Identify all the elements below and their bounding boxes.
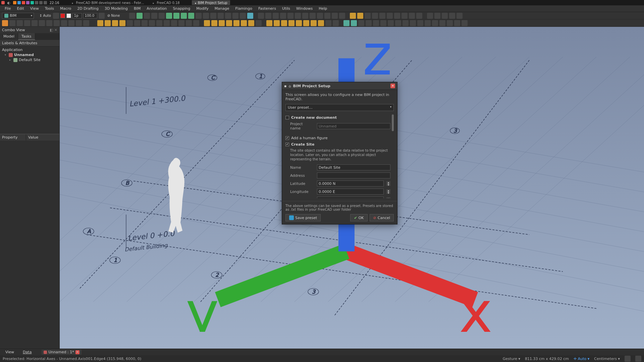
polyline-icon[interactable]	[17, 20, 23, 26]
tool-icon[interactable]	[181, 13, 187, 19]
panel-controls[interactable]: ◧ ✕	[50, 28, 57, 32]
tool-icon[interactable]	[225, 13, 231, 19]
tool-icon[interactable]	[247, 13, 253, 19]
workbench-selector[interactable]: BIM	[2, 13, 34, 19]
tool-icon[interactable]	[256, 20, 262, 26]
menu-flamingo[interactable]: Flamingo	[232, 6, 255, 11]
add-human-checkbox[interactable]	[285, 136, 289, 140]
site-address-input[interactable]	[317, 172, 390, 178]
tool-icon[interactable]	[248, 20, 254, 26]
tool-icon[interactable]	[218, 13, 224, 19]
tool-icon[interactable]	[317, 13, 323, 19]
tool-icon[interactable]	[388, 20, 394, 26]
tool-icon[interactable]	[417, 20, 423, 26]
tool-icon[interactable]	[454, 20, 460, 26]
menu-edit[interactable]: Edit	[14, 6, 26, 11]
wall-icon[interactable]	[204, 20, 210, 26]
tool-icon[interactable]	[324, 13, 330, 19]
tool-icon[interactable]	[119, 20, 125, 26]
tool-icon[interactable]	[303, 20, 309, 26]
param-100[interactable]	[83, 13, 97, 18]
tool-icon[interactable]	[318, 20, 324, 26]
tool-icon[interactable]	[310, 13, 316, 19]
tool-icon[interactable]	[166, 13, 172, 19]
menu-modify[interactable]: Modify	[194, 6, 211, 11]
site-name-input[interactable]	[317, 164, 390, 170]
tool-icon[interactable]	[68, 20, 74, 26]
rectangle-icon[interactable]	[61, 20, 67, 26]
tool-icon[interactable]	[410, 20, 416, 26]
menu-utils[interactable]: Utils	[279, 6, 293, 11]
tool-icon[interactable]	[178, 20, 184, 26]
menu-annotation[interactable]: Annotation	[144, 6, 169, 11]
longitude-input[interactable]	[317, 189, 384, 195]
task-1[interactable]: FreeCAD BIM development news - Febr...	[76, 1, 144, 5]
tool-icon[interactable]	[240, 13, 246, 19]
tool-icon[interactable]	[53, 13, 59, 19]
menu-tools[interactable]: Tools	[42, 6, 57, 11]
status-icon[interactable]	[625, 356, 631, 362]
cancel-button[interactable]: ⊘ Cancel	[370, 214, 394, 221]
menu-fasteners[interactable]: Fasteners	[256, 6, 279, 11]
line-icon[interactable]	[9, 20, 15, 26]
tool-icon[interactable]	[46, 20, 52, 26]
text-style-icon[interactable]	[357, 13, 363, 19]
tool-icon[interactable]	[274, 20, 280, 26]
menu-3d-modeling[interactable]: 3D Modeling	[102, 6, 130, 11]
tool-icon[interactable]	[280, 13, 286, 19]
tab-tasks[interactable]: Tasks	[18, 33, 35, 40]
tool-icon[interactable]	[196, 13, 202, 19]
menu-2d-drafting[interactable]: 2D Drafting	[74, 6, 101, 11]
menu-view[interactable]: View	[28, 6, 42, 11]
tool-icon[interactable]	[99, 13, 105, 19]
tool-icon[interactable]	[186, 20, 192, 26]
circle-icon[interactable]	[24, 20, 30, 26]
window-close-icon[interactable]	[1, 1, 5, 4]
tool-icon[interactable]	[395, 20, 401, 26]
tool-icon[interactable]	[226, 20, 232, 26]
text-style-icon[interactable]	[350, 13, 356, 19]
tool-icon[interactable]	[311, 20, 317, 26]
tool-icon[interactable]	[442, 13, 448, 19]
units-selector[interactable]: Centimeters ▾	[594, 357, 620, 361]
tool-icon[interactable]	[427, 13, 433, 19]
latitude-input[interactable]	[317, 180, 384, 187]
menu-file[interactable]: File	[2, 6, 13, 11]
tool-icon[interactable]	[2, 20, 8, 26]
user-preset-dropdown[interactable]: User preset...	[285, 104, 394, 111]
tool-icon[interactable]	[203, 13, 209, 19]
nav-style[interactable]: Gesture ▾	[503, 357, 520, 361]
face-color-swatch[interactable]	[66, 13, 71, 18]
tool-icon[interactable]	[142, 20, 148, 26]
tool-icon[interactable]	[402, 20, 409, 26]
tool-icon[interactable]	[380, 20, 386, 26]
tool-icon[interactable]	[401, 13, 408, 19]
tool-icon[interactable]	[287, 13, 293, 19]
tool-icon[interactable]	[439, 20, 445, 26]
tool-icon[interactable]	[288, 20, 294, 26]
declination-input[interactable]	[317, 197, 384, 198]
project-name-input[interactable]	[317, 123, 390, 129]
tool-icon[interactable]	[134, 20, 140, 26]
tool-icon[interactable]	[273, 13, 279, 19]
tool-icon[interactable]	[39, 20, 45, 26]
declination-spinner[interactable]: ▲▼	[386, 197, 390, 198]
tool-icon[interactable]	[233, 20, 239, 26]
tool-icon[interactable]	[432, 20, 438, 26]
tool-icon[interactable]	[358, 20, 364, 26]
line-color-swatch[interactable]	[60, 13, 65, 18]
doc-close-button[interactable]: ✕	[75, 350, 79, 354]
tool-icon[interactable]	[457, 13, 463, 19]
tool-icon[interactable]	[171, 20, 177, 26]
tool-icon[interactable]	[144, 13, 150, 19]
latitude-spinner[interactable]: ▲▼	[386, 181, 390, 186]
tree-document[interactable]: ▾ Unnamed	[1, 52, 58, 57]
tool-icon[interactable]	[325, 20, 331, 26]
tool-icon[interactable]	[112, 20, 118, 26]
tool-icon[interactable]	[449, 13, 455, 19]
tool-icon[interactable]	[366, 20, 372, 26]
tool-icon[interactable]	[159, 13, 165, 19]
create-new-doc-checkbox[interactable]	[285, 116, 289, 119]
tool-icon[interactable]	[105, 20, 111, 26]
tool-icon[interactable]	[97, 20, 103, 26]
